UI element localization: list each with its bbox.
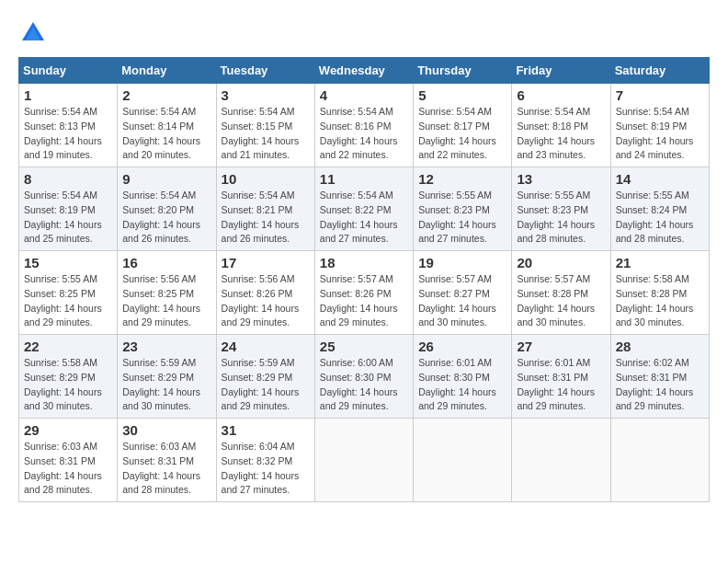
calendar-week-row: 29 Sunrise: 6:03 AMSunset: 8:31 PMDaylig… [19, 419, 710, 502]
calendar-cell: 21 Sunrise: 5:58 AMSunset: 8:28 PMDaylig… [610, 251, 709, 335]
calendar-week-row: 15 Sunrise: 5:55 AMSunset: 8:25 PMDaylig… [19, 251, 710, 335]
day-number: 27 [517, 339, 605, 354]
calendar-cell: 14 Sunrise: 5:55 AMSunset: 8:24 PMDaylig… [610, 167, 709, 251]
calendar-cell: 15 Sunrise: 5:55 AMSunset: 8:25 PMDaylig… [19, 251, 118, 335]
day-info: Sunrise: 5:55 AMSunset: 8:25 PMDaylight:… [24, 273, 102, 327]
day-number: 21 [616, 255, 704, 270]
calendar-cell: 4 Sunrise: 5:54 AMSunset: 8:16 PMDayligh… [314, 84, 413, 167]
day-number: 28 [616, 339, 704, 354]
day-number: 22 [24, 339, 112, 354]
logo-icon [18, 18, 48, 48]
calendar-cell: 31 Sunrise: 6:04 AMSunset: 8:32 PMDaylig… [216, 419, 314, 502]
calendar-cell: 12 Sunrise: 5:55 AMSunset: 8:23 PMDaylig… [414, 167, 512, 251]
day-info: Sunrise: 5:54 AMSunset: 8:15 PMDaylight:… [222, 106, 300, 160]
day-number: 15 [24, 255, 112, 270]
day-number: 20 [517, 255, 605, 270]
calendar-week-row: 22 Sunrise: 5:58 AMSunset: 8:29 PMDaylig… [19, 335, 710, 419]
day-number: 30 [122, 422, 210, 438]
weekday-header: Saturday [610, 58, 709, 84]
day-info: Sunrise: 5:54 AMSunset: 8:17 PMDaylight:… [418, 106, 496, 160]
day-info: Sunrise: 6:03 AMSunset: 8:31 PMDaylight:… [24, 441, 102, 495]
calendar-cell: 17 Sunrise: 5:56 AMSunset: 8:26 PMDaylig… [216, 251, 314, 335]
day-info: Sunrise: 5:57 AMSunset: 8:27 PMDaylight:… [418, 273, 496, 327]
day-number: 14 [616, 171, 704, 187]
calendar-cell [314, 419, 413, 502]
day-number: 29 [24, 422, 112, 438]
day-info: Sunrise: 5:54 AMSunset: 8:13 PMDaylight:… [24, 106, 102, 160]
weekday-header: Thursday [414, 58, 512, 84]
day-number: 6 [517, 87, 605, 103]
day-info: Sunrise: 5:54 AMSunset: 8:19 PMDaylight:… [24, 190, 102, 244]
day-number: 16 [122, 255, 210, 270]
weekday-header: Sunday [19, 58, 118, 84]
day-number: 5 [418, 87, 506, 103]
day-number: 3 [222, 87, 310, 103]
day-info: Sunrise: 5:55 AMSunset: 8:24 PMDaylight:… [616, 190, 694, 244]
day-info: Sunrise: 5:59 AMSunset: 8:29 PMDaylight:… [122, 357, 200, 411]
day-number: 24 [222, 339, 310, 354]
day-number: 9 [122, 171, 210, 187]
calendar-cell: 30 Sunrise: 6:03 AMSunset: 8:31 PMDaylig… [118, 419, 216, 502]
day-number: 1 [24, 87, 112, 103]
weekday-header: Friday [512, 58, 610, 84]
calendar-cell: 8 Sunrise: 5:54 AMSunset: 8:19 PMDayligh… [19, 167, 118, 251]
calendar-cell: 18 Sunrise: 5:57 AMSunset: 8:26 PMDaylig… [314, 251, 413, 335]
calendar-cell: 27 Sunrise: 6:01 AMSunset: 8:31 PMDaylig… [512, 335, 610, 419]
calendar-header-row: SundayMondayTuesdayWednesdayThursdayFrid… [19, 58, 710, 84]
day-info: Sunrise: 5:54 AMSunset: 8:21 PMDaylight:… [222, 190, 300, 244]
day-number: 8 [24, 171, 112, 187]
calendar-week-row: 1 Sunrise: 5:54 AMSunset: 8:13 PMDayligh… [19, 84, 710, 167]
day-info: Sunrise: 5:55 AMSunset: 8:23 PMDaylight:… [517, 190, 595, 244]
day-info: Sunrise: 6:00 AMSunset: 8:30 PMDaylight:… [320, 357, 398, 411]
calendar-cell: 6 Sunrise: 5:54 AMSunset: 8:18 PMDayligh… [512, 84, 610, 167]
calendar-cell: 3 Sunrise: 5:54 AMSunset: 8:15 PMDayligh… [216, 84, 314, 167]
calendar-cell: 7 Sunrise: 5:54 AMSunset: 8:19 PMDayligh… [610, 84, 709, 167]
weekday-header: Monday [118, 58, 216, 84]
day-info: Sunrise: 5:55 AMSunset: 8:23 PMDaylight:… [418, 190, 496, 244]
calendar-cell: 20 Sunrise: 5:57 AMSunset: 8:28 PMDaylig… [512, 251, 610, 335]
day-info: Sunrise: 5:54 AMSunset: 8:16 PMDaylight:… [320, 106, 398, 160]
calendar-cell: 16 Sunrise: 5:56 AMSunset: 8:25 PMDaylig… [118, 251, 216, 335]
day-number: 11 [320, 171, 408, 187]
calendar-cell: 28 Sunrise: 6:02 AMSunset: 8:31 PMDaylig… [610, 335, 709, 419]
day-info: Sunrise: 5:58 AMSunset: 8:29 PMDaylight:… [24, 357, 102, 411]
day-number: 10 [222, 171, 310, 187]
calendar-cell: 2 Sunrise: 5:54 AMSunset: 8:14 PMDayligh… [118, 84, 216, 167]
logo [18, 18, 53, 48]
calendar-cell: 9 Sunrise: 5:54 AMSunset: 8:20 PMDayligh… [118, 167, 216, 251]
calendar-cell [512, 419, 610, 502]
day-info: Sunrise: 5:56 AMSunset: 8:26 PMDaylight:… [222, 273, 300, 327]
day-number: 31 [222, 422, 310, 438]
calendar-cell: 13 Sunrise: 5:55 AMSunset: 8:23 PMDaylig… [512, 167, 610, 251]
day-number: 13 [517, 171, 605, 187]
day-info: Sunrise: 5:54 AMSunset: 8:14 PMDaylight:… [122, 106, 200, 160]
calendar-cell [610, 419, 709, 502]
calendar-cell: 10 Sunrise: 5:54 AMSunset: 8:21 PMDaylig… [216, 167, 314, 251]
calendar-cell: 11 Sunrise: 5:54 AMSunset: 8:22 PMDaylig… [314, 167, 413, 251]
calendar-cell: 23 Sunrise: 5:59 AMSunset: 8:29 PMDaylig… [118, 335, 216, 419]
calendar: SundayMondayTuesdayWednesdayThursdayFrid… [18, 57, 710, 502]
day-info: Sunrise: 6:01 AMSunset: 8:30 PMDaylight:… [418, 357, 496, 411]
day-info: Sunrise: 5:54 AMSunset: 8:20 PMDaylight:… [122, 190, 200, 244]
weekday-header: Wednesday [314, 58, 413, 84]
day-number: 25 [320, 339, 408, 354]
day-info: Sunrise: 5:54 AMSunset: 8:22 PMDaylight:… [320, 190, 398, 244]
day-info: Sunrise: 5:57 AMSunset: 8:26 PMDaylight:… [320, 273, 398, 327]
day-info: Sunrise: 5:59 AMSunset: 8:29 PMDaylight:… [222, 357, 300, 411]
day-number: 23 [122, 339, 210, 354]
calendar-cell: 19 Sunrise: 5:57 AMSunset: 8:27 PMDaylig… [414, 251, 512, 335]
calendar-cell: 26 Sunrise: 6:01 AMSunset: 8:30 PMDaylig… [414, 335, 512, 419]
header [18, 18, 710, 48]
day-info: Sunrise: 6:04 AMSunset: 8:32 PMDaylight:… [222, 441, 300, 495]
day-number: 2 [122, 87, 210, 103]
calendar-cell: 22 Sunrise: 5:58 AMSunset: 8:29 PMDaylig… [19, 335, 118, 419]
day-info: Sunrise: 5:54 AMSunset: 8:19 PMDaylight:… [616, 106, 694, 160]
day-info: Sunrise: 6:03 AMSunset: 8:31 PMDaylight:… [122, 441, 200, 495]
day-number: 12 [418, 171, 506, 187]
weekday-header: Tuesday [216, 58, 314, 84]
calendar-cell: 5 Sunrise: 5:54 AMSunset: 8:17 PMDayligh… [414, 84, 512, 167]
day-info: Sunrise: 6:01 AMSunset: 8:31 PMDaylight:… [517, 357, 595, 411]
day-info: Sunrise: 5:56 AMSunset: 8:25 PMDaylight:… [122, 273, 200, 327]
calendar-week-row: 8 Sunrise: 5:54 AMSunset: 8:19 PMDayligh… [19, 167, 710, 251]
day-info: Sunrise: 5:58 AMSunset: 8:28 PMDaylight:… [616, 273, 694, 327]
